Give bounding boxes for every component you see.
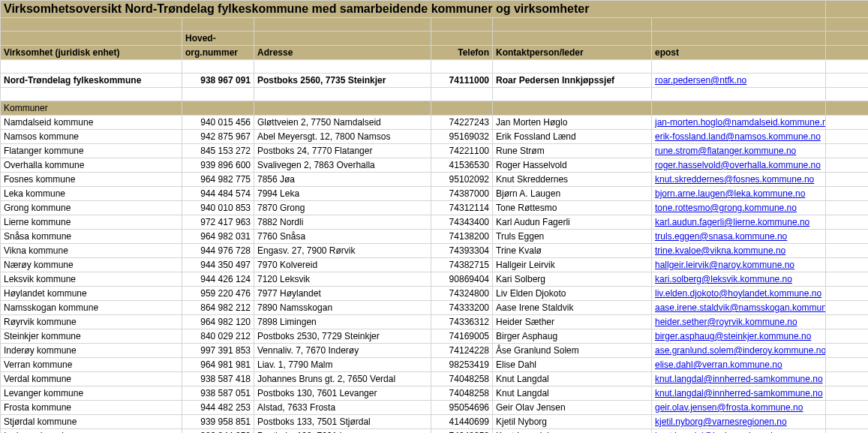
cell-kontakt: Hallgeir Leirvik [493, 258, 652, 272]
cell-org: 944 426 124 [182, 272, 254, 287]
cell-epost: tone.rottesmo@grong.kommune.no [652, 201, 826, 215]
epost-link[interactable]: roger.hasselvold@overhalla.kommune.no [655, 160, 821, 170]
cell-telefon: 74048258 [431, 429, 493, 434]
cell-name: Overhalla kommune [1, 158, 182, 173]
cell-kontakt: Trine Kvalø [493, 244, 652, 258]
cell-telefon: 95054696 [431, 401, 493, 415]
epost-link[interactable]: trine.kvaloe@vikna.kommune.no [655, 245, 785, 256]
cell-telefon: 41536530 [431, 158, 493, 173]
cell-telefon: 74227243 [431, 116, 493, 130]
cell-telefon: 74333200 [431, 301, 493, 315]
epost-link[interactable]: knut.skreddernes@fosnes.kommune.no [655, 174, 814, 185]
cell-epost: knut.langdal@innherred-samkommune.no [652, 429, 826, 434]
table-row: Snåsa kommune964 982 0317760 Snåsa741382… [1, 230, 869, 244]
cell-org: 940 010 853 [182, 201, 254, 215]
cell-kontakt: Aase Irene Staldvik [493, 301, 652, 315]
cell-adresse: Postboks 133, 7501 Stjørdal [254, 415, 431, 429]
cell-adresse: 7870 Grong [254, 201, 431, 215]
table-row: Inderøy kommune997 391 853Vennaliv. 7, 7… [1, 344, 869, 358]
cell-kontakt: Rune Strøm [493, 144, 652, 158]
epost-link[interactable]: liv.elden.djokoto@hoylandet.kommune.no [655, 288, 821, 299]
cell-adresse: Svalivegen 2, 7863 Overhalla [254, 158, 431, 173]
epost-link[interactable]: geir.olav.jensen@frosta.kommune.no [655, 402, 803, 413]
epost-link[interactable]: tone.rottesmo@grong.kommune.no [655, 203, 797, 213]
epost-link[interactable]: knut.langdal@innherred-samkommune.no [655, 388, 823, 398]
cell-telefon: 41440699 [431, 415, 493, 429]
epost-link[interactable]: heider.sether@royrvik.kommune.no [655, 317, 797, 327]
cell-adresse: Postboks 130, 7601 Levanger [254, 429, 431, 434]
cell-org: 944 976 728 [182, 244, 254, 258]
cell-name: Fosnes kommune [1, 173, 182, 187]
cell-telefon: 74324800 [431, 287, 493, 301]
epost-link[interactable]: kari.solberg@leksvik.kommune.no [655, 274, 792, 284]
epost-link[interactable]: ase.granlund.solem@inderoy.kommune.no [655, 345, 826, 356]
cell-telefon: 95169032 [431, 130, 493, 144]
main-telefon: 74111000 [431, 74, 493, 88]
epost-link[interactable]: knut.langdal@innherred-samkommune.no [655, 374, 823, 384]
header-org: org.nummer [182, 46, 254, 60]
cell-adresse: Abel Meyersgt. 12, 7800 Namsos [254, 130, 431, 144]
cell-adresse: Postboks 24, 7770 Flatanger [254, 144, 431, 158]
table-row: Flatanger kommune845 153 272Postboks 24,… [1, 144, 869, 158]
cell-telefon: 74124228 [431, 344, 493, 358]
epost-link[interactable]: jan-morten.hoglo@namdalseid.kommune.no [655, 117, 826, 128]
cell-adresse: 7994 Leka [254, 187, 431, 201]
cell-kontakt: Roger Hasselvold [493, 158, 652, 173]
cell-epost: jan-morten.hoglo@namdalseid.kommune.no [652, 116, 826, 130]
cell-epost: kjetil.nyborg@varnesregionen.no [652, 415, 826, 429]
table-row: Namsskogan kommune864 982 2127890 Namssk… [1, 301, 869, 315]
cell-name: Snåsa kommune [1, 230, 182, 244]
cell-name: Innherred samkommune [1, 429, 182, 434]
spacer-row [1, 60, 869, 74]
section-kommuner-row: Kommuner [1, 101, 869, 116]
epost-link[interactable]: karl.audun.fagerli@lierne.kommune.no [655, 217, 809, 227]
cell-kontakt: Karl Audun Fagerli [493, 215, 652, 230]
cell-kontakt: Knut Skreddernes [493, 173, 652, 187]
cell-epost: elise.dahl@verran.kommune.no [652, 358, 826, 372]
cell-adresse: Liav. 1, 7790 Malm [254, 358, 431, 372]
cell-org: 964 982 775 [182, 173, 254, 187]
main-adresse: Postboks 2560, 7735 Steinkjer [254, 74, 431, 88]
cell-kontakt: Erik Fossland Lænd [493, 130, 652, 144]
cell-org: 864 982 212 [182, 301, 254, 315]
cell-org: 944 482 253 [182, 401, 254, 415]
cell-org: 959 220 476 [182, 287, 254, 301]
epost-link[interactable]: truls.eggen@snasa.kommune.no [655, 231, 787, 242]
cell-telefon: 74138200 [431, 230, 493, 244]
epost-link[interactable]: birger.asphaug@steinkjer.kommune.no [655, 331, 811, 341]
cell-name: Vikna kommune [1, 244, 182, 258]
table-row: Røyrvik kommune964 982 1207898 Limingen7… [1, 315, 869, 329]
cell-name: Frosta kommune [1, 401, 182, 415]
cell-epost: rune.strom@flatanger.kommune.no [652, 144, 826, 158]
table-row: Steinkjer kommune840 029 212Postboks 253… [1, 329, 869, 344]
header-virksomhet: Virksomhet (juridisk enhet) [1, 46, 182, 60]
cell-epost: ase.granlund.solem@inderoy.kommune.no [652, 344, 826, 358]
table-row: Leksvik kommune944 426 1247120 Leksvik90… [1, 272, 869, 287]
table-row: Leka kommune944 484 5747994 Leka74387000… [1, 187, 869, 201]
table-row: Vikna kommune944 976 728Engasv. 27, 7900… [1, 244, 869, 258]
cell-name: Verdal kommune [1, 372, 182, 386]
epost-link[interactable]: rune.strom@flatanger.kommune.no [655, 146, 796, 156]
epost-link[interactable]: kjetil.nyborg@varnesregionen.no [655, 416, 787, 427]
table-row: Stjørdal kommune939 958 851Postboks 133,… [1, 415, 869, 429]
cell-name: Stjørdal kommune [1, 415, 182, 429]
table-row: Lierne kommune972 417 9637882 Nordli7434… [1, 215, 869, 230]
cell-adresse: 7898 Limingen [254, 315, 431, 329]
main-epost-link[interactable]: roar.pedersen@ntfk.no [655, 75, 746, 86]
epost-link[interactable]: bjorn.arne.laugen@leka.kommune.no [655, 188, 805, 199]
table-row: Verdal kommune938 587 418Johannes Bruns … [1, 372, 869, 386]
epost-link[interactable]: elise.dahl@verran.kommune.no [655, 359, 782, 370]
cell-telefon: 74169005 [431, 329, 493, 344]
table-row: Grong kommune940 010 8537870 Grong743121… [1, 201, 869, 215]
cell-kontakt: Tone Røttesmo [493, 201, 652, 215]
cell-name: Namsos kommune [1, 130, 182, 144]
epost-link[interactable]: hallgeir.leirvik@naroy.kommune.no [655, 260, 794, 270]
cell-epost: roger.hasselvold@overhalla.kommune.no [652, 158, 826, 173]
title-row: Virksomhetsoversikt Nord-Trøndelag fylke… [1, 1, 869, 18]
cell-name: Namsskogan kommune [1, 301, 182, 315]
spacer-row [1, 88, 869, 101]
cell-epost: karl.audun.fagerli@lierne.kommune.no [652, 215, 826, 230]
cell-epost: geir.olav.jensen@frosta.kommune.no [652, 401, 826, 415]
epost-link[interactable]: aase.irene.staldvik@namsskogan.kommune.n… [655, 302, 826, 313]
epost-link[interactable]: erik-fossland.land@namsos.kommune.no [655, 131, 821, 142]
